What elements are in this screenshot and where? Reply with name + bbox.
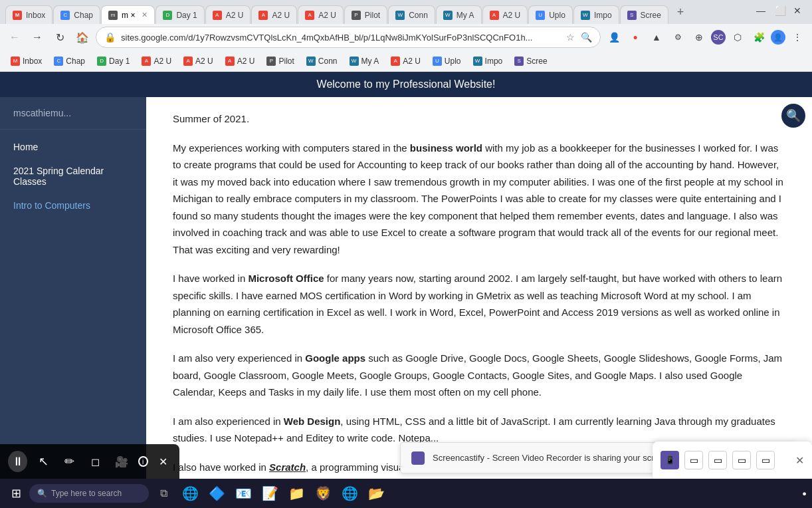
taskbar-app-folder[interactable]: 📁: [284, 481, 308, 505]
sidebar-item-home[interactable]: Home: [0, 135, 146, 159]
bookmark-day1[interactable]: D Day 1: [92, 54, 135, 68]
tab-conn[interactable]: W Conn: [388, 5, 435, 24]
recording-close-button[interactable]: ✕: [155, 452, 171, 471]
tab-chap[interactable]: C Chap: [53, 5, 100, 24]
pause-icon: ⏸: [12, 455, 24, 469]
bookmark-favicon-inbox: M: [11, 57, 20, 66]
tab-label-chap: Chap: [74, 11, 93, 20]
home-button[interactable]: 🏠: [73, 28, 92, 47]
tab-uplo[interactable]: U Uplo: [528, 5, 573, 24]
p4-prefix: I am also very experienced in: [173, 352, 305, 364]
bookmark-favicon-a2u3: A: [225, 57, 235, 66]
new-tab-button[interactable]: +: [671, 3, 690, 21]
start-icon: ⊞: [11, 486, 21, 501]
sc-btn-3[interactable]: ▭: [732, 451, 751, 469]
tab-favicon-mya: W: [443, 11, 453, 20]
info-button[interactable]: i: [138, 456, 148, 467]
taskbar-app-chrome2[interactable]: 🌐: [338, 481, 361, 505]
mail-taskbar-icon: 📧: [235, 485, 252, 501]
bookmark-inbox[interactable]: M Inbox: [5, 54, 47, 68]
taskbar-task-view[interactable]: ⧉: [152, 481, 175, 505]
taskbar-app-edge[interactable]: 🔷: [205, 481, 229, 505]
bookmark-pilot[interactable]: P Pilot: [261, 54, 299, 68]
bookmark-uplo[interactable]: U Uplo: [427, 54, 466, 68]
sidebar-item-intro-computers[interactable]: Intro to Computers: [0, 193, 146, 217]
extension-icon-1[interactable]: ●: [626, 28, 645, 47]
reload-button[interactable]: ↻: [51, 28, 69, 47]
sidebar-item-spring-calendar[interactable]: 2021 Spring Calendar Classes: [0, 159, 146, 193]
back-button[interactable]: ←: [5, 28, 24, 47]
bookmark-a2u3[interactable]: A A2 U: [220, 54, 260, 68]
taskbar-app-chrome[interactable]: 🌐: [178, 481, 202, 505]
drive-icon[interactable]: ▲: [647, 28, 666, 47]
extension-icon-4[interactable]: SC: [711, 30, 726, 45]
camera-tool-button[interactable]: 🎥: [112, 451, 132, 472]
tab-label-a2u4: A2 U: [503, 11, 521, 20]
cursor-tool-button[interactable]: ↖: [34, 451, 53, 472]
p2-suffix: with my job as a bookkeeper for the busi…: [173, 142, 783, 255]
extension-icon-3[interactable]: ⊕: [690, 28, 708, 47]
start-button[interactable]: ⊞: [5, 483, 27, 504]
sc-popup: 📱 ▭ ▭ ▭ ▭ ✕: [653, 442, 812, 479]
bookmark-a2u2[interactable]: A A2 U: [178, 54, 219, 68]
bookmark-mya[interactable]: W My A: [344, 54, 385, 68]
tab-favicon-conn: W: [395, 11, 405, 20]
bookmark-star-icon[interactable]: ☆: [564, 31, 576, 43]
bookmark-impo[interactable]: W Impo: [468, 54, 508, 68]
url-bar[interactable]: 🔒 sites.google.com/d/1y7RowzvsmCVTQlsLcK…: [96, 27, 601, 48]
tab-a2u3[interactable]: A A2 U: [298, 5, 344, 24]
tab-a2u1[interactable]: A A2 U: [205, 5, 251, 24]
tab-favicon-chap: C: [60, 11, 70, 20]
profile-avatar[interactable]: 👤: [771, 30, 785, 45]
search-button[interactable]: 🔍: [781, 104, 805, 128]
bookmark-label-conn: Conn: [318, 57, 338, 66]
p5-bold: Web Design: [284, 416, 341, 427]
taskbar-app-mail[interactable]: 📧: [231, 481, 255, 505]
sc-btn-2[interactable]: ▭: [708, 451, 727, 469]
taskbar-app-word[interactable]: 📝: [258, 481, 282, 505]
bookmark-a2u1[interactable]: A A2 U: [136, 54, 177, 68]
bookmark-chap[interactable]: C Chap: [49, 54, 90, 68]
extension-icon-2[interactable]: ⚙: [668, 28, 687, 47]
taskbar-search-bar[interactable]: 🔍 Type here to search: [29, 484, 149, 503]
search-url-icon[interactable]: 🔍: [580, 31, 592, 43]
taskbar-app-folder2[interactable]: 📂: [364, 481, 388, 505]
extensions-icon[interactable]: 🧩: [750, 28, 768, 47]
account-icon[interactable]: 👤: [605, 28, 623, 47]
search-icon: 🔍: [786, 108, 801, 123]
tab-scree[interactable]: S Scree: [620, 5, 668, 24]
sc-popup-close-button[interactable]: ✕: [795, 454, 804, 467]
bookmark-a2u4[interactable]: A A2 U: [385, 54, 426, 68]
bookmark-label-day1: Day 1: [109, 57, 130, 66]
bookmark-label-inbox: Inbox: [23, 57, 42, 66]
tab-day1[interactable]: D Day 1: [155, 5, 204, 24]
close-button[interactable]: ✕: [793, 5, 807, 19]
forward-button[interactable]: →: [28, 28, 47, 47]
tab-gmail[interactable]: M Inbox: [5, 5, 52, 24]
extension-icon-5[interactable]: ⬡: [728, 28, 747, 47]
eraser-tool-button[interactable]: ◻: [86, 451, 105, 472]
sc-btn-4[interactable]: ▭: [756, 451, 775, 469]
screencastify-logo: [411, 451, 425, 465]
tab-a2u2[interactable]: A A2 U: [251, 5, 297, 24]
tab-active[interactable]: m m × ✕: [101, 5, 155, 24]
tab-label-scree: Scree: [641, 11, 661, 20]
menu-icon[interactable]: ⋮: [788, 28, 807, 47]
pause-button[interactable]: ⏸: [8, 451, 27, 472]
sidebar-item-home-label: Home: [13, 142, 38, 152]
paragraph-1-text: Summer of 2021.: [173, 113, 249, 124]
minimize-button[interactable]: —: [756, 5, 769, 19]
sc-btn-1[interactable]: ▭: [684, 451, 703, 469]
bookmark-conn[interactable]: W Conn: [301, 54, 343, 68]
sc-close-icon: ✕: [795, 455, 804, 466]
tab-close-active[interactable]: ✕: [142, 11, 148, 19]
tab-a2u4[interactable]: A A2 U: [482, 5, 528, 24]
taskbar-app-brave[interactable]: 🦁: [311, 481, 335, 505]
tab-favicon-a2u4: A: [490, 11, 499, 20]
tab-mya[interactable]: W My A: [436, 5, 482, 24]
tab-pilot[interactable]: P Pilot: [344, 5, 387, 24]
pen-tool-button[interactable]: ✏: [60, 451, 79, 472]
maximize-button[interactable]: ⬜: [775, 5, 788, 19]
bookmark-scree[interactable]: S Scree: [509, 54, 552, 68]
tab-impo[interactable]: W Impo: [573, 5, 619, 24]
